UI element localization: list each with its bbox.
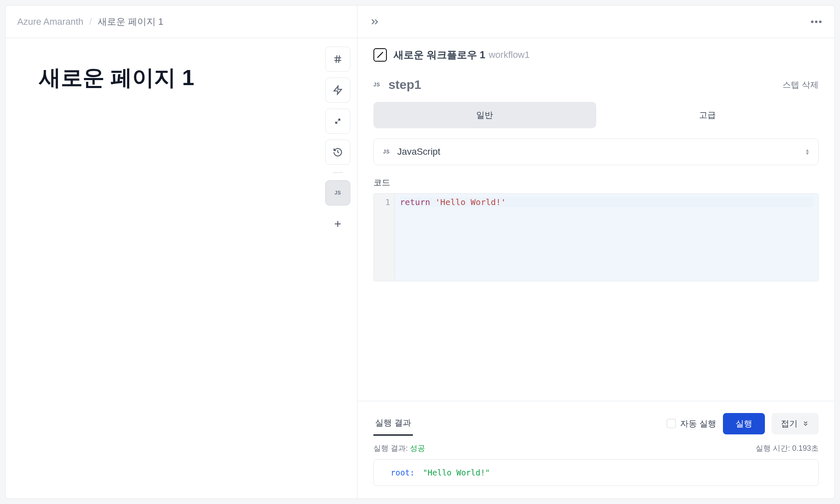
js-icon: JS bbox=[334, 190, 341, 196]
language-label: JavaScript bbox=[397, 146, 441, 157]
breadcrumb-separator: / bbox=[89, 16, 92, 27]
code-gutter: 1 bbox=[374, 194, 395, 281]
collapse-label: 접기 bbox=[781, 418, 798, 429]
auto-run-label: 자동 실행 bbox=[680, 418, 716, 429]
auto-run-toggle[interactable]: 자동 실행 bbox=[667, 418, 716, 429]
breadcrumb-page[interactable]: 새로운 페이지 1 bbox=[98, 16, 163, 28]
workflow-id: workflow1 bbox=[489, 49, 530, 60]
step-name[interactable]: step1 bbox=[389, 78, 421, 92]
result-value: "Hello World!" bbox=[423, 468, 490, 477]
plus-icon bbox=[333, 219, 343, 229]
add-step-button[interactable] bbox=[325, 211, 350, 236]
code-area[interactable]: return 'Hello World!' bbox=[395, 194, 818, 281]
tab-general[interactable]: 일반 bbox=[373, 102, 596, 128]
workflow-header: 새로운 워크플로우 1 workflow1 bbox=[357, 38, 835, 72]
side-toolbar: JS bbox=[318, 38, 357, 499]
breadcrumb: Azure Amaranth / 새로운 페이지 1 bbox=[5, 5, 357, 38]
auto-run-checkbox[interactable] bbox=[667, 419, 676, 428]
code-editor[interactable]: 1 return 'Hello World!' bbox=[373, 193, 819, 281]
chevron-double-right-icon bbox=[369, 16, 380, 27]
delete-step-button[interactable]: 스텝 삭제 bbox=[783, 79, 819, 91]
history-icon bbox=[333, 147, 343, 157]
collapse-results-button[interactable]: 접기 bbox=[772, 413, 819, 434]
branch-icon bbox=[333, 116, 343, 126]
ellipsis-icon: ••• bbox=[811, 16, 823, 27]
result-output: root: "Hello World!" bbox=[373, 459, 819, 486]
hash-button[interactable] bbox=[325, 47, 350, 72]
page-title[interactable]: 새로운 페이지 1 bbox=[39, 63, 285, 93]
svg-marker-4 bbox=[334, 86, 342, 94]
js-icon: JS bbox=[383, 149, 390, 155]
results-section: 실행 결과 자동 실행 실행 접기 bbox=[357, 401, 835, 499]
collapse-panel-button[interactable] bbox=[369, 16, 380, 27]
lightning-icon bbox=[333, 85, 343, 95]
step-type-icon: JS bbox=[373, 82, 380, 88]
tab-advanced[interactable]: 고급 bbox=[596, 102, 819, 128]
breadcrumb-project[interactable]: Azure Amaranth bbox=[17, 16, 83, 27]
workflow-title[interactable]: 새로운 워크플로우 1 bbox=[394, 48, 485, 62]
branch-button[interactable] bbox=[325, 109, 350, 134]
result-status-label: 실행 결과: bbox=[373, 444, 408, 452]
line-number: 1 bbox=[378, 197, 390, 207]
more-menu-button[interactable]: ••• bbox=[811, 16, 823, 27]
workflow-icon bbox=[373, 48, 387, 62]
code-string: 'Hello World!' bbox=[435, 197, 506, 207]
right-panel: ••• 새로운 워크플로우 1 workflow1 JS step1 스텝 삭제 bbox=[357, 5, 835, 499]
results-tab[interactable]: 실행 결과 bbox=[373, 411, 413, 436]
result-key: root: bbox=[391, 468, 415, 477]
result-status-value: 성공 bbox=[410, 444, 425, 452]
history-button[interactable] bbox=[325, 140, 350, 165]
select-chevrons-icon: ▴▾ bbox=[806, 148, 809, 155]
left-panel: Azure Amaranth / 새로운 페이지 1 새로운 페이지 1 bbox=[5, 5, 357, 499]
lightning-button[interactable] bbox=[325, 78, 350, 103]
svg-line-2 bbox=[336, 55, 337, 63]
language-select[interactable]: JS JavaScript ▴▾ bbox=[373, 138, 819, 165]
chevron-double-down-icon bbox=[802, 420, 809, 427]
run-button[interactable]: 실행 bbox=[723, 413, 765, 434]
svg-line-3 bbox=[339, 55, 339, 63]
side-divider bbox=[333, 172, 343, 173]
js-step-button[interactable]: JS bbox=[325, 180, 350, 205]
code-keyword: return bbox=[400, 197, 430, 207]
code-label: 코드 bbox=[373, 177, 819, 188]
hash-icon bbox=[333, 54, 343, 64]
execution-time: 실행 시간: 0.193초 bbox=[756, 443, 819, 453]
step-tabs: 일반 고급 bbox=[373, 102, 819, 128]
